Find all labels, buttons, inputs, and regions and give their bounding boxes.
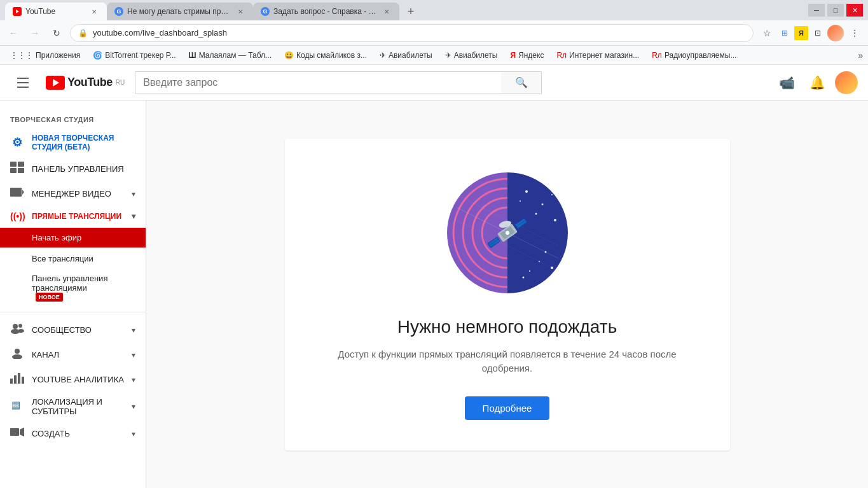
svg-point-10 bbox=[15, 349, 20, 354]
search-bar: 🔍 bbox=[135, 71, 542, 94]
tab-google1[interactable]: G Не могу делать стримы прошл... ✕ bbox=[107, 3, 253, 20]
star-button[interactable]: ☆ bbox=[759, 25, 775, 41]
minimize-button[interactable]: ─ bbox=[808, 4, 825, 17]
bookmark-radio[interactable]: Rл Радиоуправляемы... bbox=[647, 49, 741, 62]
splash-subtitle: Доступ к функции прямых трансляций появл… bbox=[326, 347, 689, 376]
refresh-button[interactable]: ↻ bbox=[48, 25, 65, 41]
svg-marker-5 bbox=[22, 190, 24, 195]
bookmark-bittorrent[interactable]: 🌀 BitTorrent трекер Р... bbox=[88, 49, 181, 62]
notifications-button[interactable]: 🔔 bbox=[804, 70, 830, 95]
user-avatar[interactable] bbox=[835, 71, 858, 94]
search-input[interactable] bbox=[135, 71, 501, 94]
bookmark-avia2[interactable]: ✈ Авиабилеты bbox=[440, 49, 503, 62]
window-controls: ─ □ ✕ bbox=[808, 4, 863, 17]
video-manager-chevron: ▾ bbox=[132, 190, 135, 199]
svg-point-37 bbox=[522, 276, 524, 278]
bookmark-shop[interactable]: Rл Интернет магазин... bbox=[551, 49, 644, 62]
sidebar-item-localization[interactable]: 🔤 ЛОКАЛИЗАЦИЯ И СУБТИТРЫ ▾ bbox=[0, 392, 146, 421]
sidebar-section-title: ТВОРЧЕСКАЯ СТУДИЯ bbox=[0, 111, 146, 129]
avia1-icon: ✈ bbox=[380, 51, 386, 60]
svg-point-9 bbox=[18, 329, 24, 333]
content-area: Нужно немного подождать Доступ к функции… bbox=[146, 101, 868, 488]
tab-youtube[interactable]: YouTube ✕ bbox=[5, 3, 107, 20]
svg-point-11 bbox=[12, 354, 22, 359]
youtube-logo[interactable]: YouTubeRU bbox=[46, 76, 125, 90]
tab-title-google1: Не могу делать стримы прошл... bbox=[127, 7, 231, 16]
tab-google2[interactable]: G Задать вопрос - Справка - YouT ✕ bbox=[253, 3, 399, 20]
hamburger-button[interactable] bbox=[10, 70, 36, 95]
ext-icon-3[interactable]: ⊡ bbox=[811, 26, 825, 40]
svg-point-28 bbox=[541, 203, 543, 205]
maximize-button[interactable]: □ bbox=[827, 4, 844, 17]
svg-rect-2 bbox=[10, 168, 17, 173]
yandex-icon: Я bbox=[510, 51, 516, 60]
sidebar-item-video-manager[interactable]: МЕНЕДЖЕР ВИДЕО ▾ bbox=[0, 181, 146, 206]
bittorrent-icon: 🌀 bbox=[93, 51, 102, 60]
learn-more-button[interactable]: Подробнее bbox=[465, 396, 550, 420]
tab-title-google2: Задать вопрос - Справка - YouT bbox=[273, 7, 378, 16]
sidebar-item-live[interactable]: ((•)) ПРЯМЫЕ ТРАНСЛЯЦИИ ▾ bbox=[0, 206, 146, 227]
new-tab-button[interactable]: + bbox=[402, 3, 420, 20]
radio-icon: Rл bbox=[652, 51, 662, 60]
start-live-label: Начать эфир bbox=[32, 233, 81, 242]
sidebar-item-localization-label: ЛОКАЛИЗАЦИЯ И СУБТИТРЫ bbox=[32, 397, 124, 416]
analytics-icon bbox=[10, 372, 24, 387]
sidebar-item-new-studio-label: НОВАЯ ТВОРЧЕСКАЯ СТУДИЯ (БЕТА) bbox=[32, 134, 135, 151]
sidebar-item-community[interactable]: СООБЩЕСТВО ▾ bbox=[0, 317, 146, 342]
tabs-container: YouTube ✕ G Не могу делать стримы прошл.… bbox=[5, 0, 808, 20]
svg-point-30 bbox=[535, 213, 537, 214]
localization-chevron: ▾ bbox=[132, 402, 135, 411]
ext-icon-1[interactable]: ⊞ bbox=[778, 26, 792, 40]
bookmark-yandex[interactable]: Я Яндекс bbox=[505, 49, 549, 62]
search-button[interactable]: 🔍 bbox=[501, 71, 542, 94]
url-bar[interactable]: 🔒 youtube.com/live_dashboard_splash bbox=[70, 24, 754, 42]
tab-close-google2[interactable]: ✕ bbox=[382, 6, 392, 17]
sidebar-subitem-all-streams[interactable]: Все трансляции bbox=[0, 249, 146, 268]
sidebar-item-analytics[interactable]: YOUTUBE АНАЛИТИКА ▾ bbox=[0, 367, 146, 392]
url-text: youtube.com/live_dashboard_splash bbox=[93, 28, 227, 38]
satellite-illustration bbox=[444, 169, 571, 296]
channel-icon bbox=[10, 347, 24, 362]
sidebar-item-dashboard[interactable]: ПАНЕЛЬ УПРАВЛЕНИЯ bbox=[0, 157, 146, 181]
upload-button[interactable]: 📹 bbox=[774, 70, 799, 95]
browser-profile-avatar[interactable] bbox=[827, 25, 844, 41]
tab-close-youtube[interactable]: ✕ bbox=[89, 6, 99, 17]
sidebar-subitem-stream-dashboard[interactable]: Панель управления трансляциями НОВОЕ bbox=[0, 268, 146, 307]
ext-icon-2[interactable]: Я bbox=[794, 26, 808, 40]
create-icon bbox=[10, 426, 24, 441]
bookmark-avia1[interactable]: ✈ Авиабилеты bbox=[375, 49, 437, 62]
analytics-chevron: ▾ bbox=[132, 375, 135, 384]
sidebar-item-create[interactable]: СОЗДАТЬ ▾ bbox=[0, 421, 146, 446]
title-bar: YouTube ✕ G Не могу делать стримы прошл.… bbox=[0, 0, 868, 20]
sidebar-item-channel[interactable]: КАНАЛ ▾ bbox=[0, 342, 146, 367]
forward-button[interactable]: → bbox=[27, 25, 43, 41]
close-button[interactable]: ✕ bbox=[846, 4, 863, 17]
address-bar: ← → ↻ 🔒 youtube.com/live_dashboard_splas… bbox=[0, 20, 868, 46]
all-streams-label: Все трансляции bbox=[32, 254, 93, 263]
emoji-icon: 😀 bbox=[284, 51, 294, 60]
bookmarks-more-button[interactable]: » bbox=[858, 50, 863, 60]
youtube-logo-text: YouTube bbox=[67, 76, 113, 89]
app-container: YouTubeRU 🔍 📹 🔔 ТВОРЧЕСКАЯ СТУДИЯ ⚙ НОВА… bbox=[0, 65, 868, 488]
lock-icon: 🔒 bbox=[78, 29, 88, 38]
menu-button[interactable]: ⋮ bbox=[846, 25, 863, 41]
tab-close-google1[interactable]: ✕ bbox=[235, 6, 245, 17]
svg-point-7 bbox=[18, 324, 22, 328]
svg-rect-4 bbox=[10, 188, 22, 197]
sidebar-item-new-studio[interactable]: ⚙ НОВАЯ ТВОРЧЕСКАЯ СТУДИЯ (БЕТА) bbox=[0, 129, 146, 157]
avia2-icon: ✈ bbox=[445, 51, 451, 60]
splash-card: Нужно немного подождать Доступ к функции… bbox=[285, 139, 730, 450]
svg-point-32 bbox=[520, 200, 521, 202]
svg-rect-13 bbox=[14, 375, 17, 384]
bookmark-malayalam[interactable]: Ш Малаялам — Табл... bbox=[184, 49, 277, 62]
svg-point-29 bbox=[551, 194, 553, 195]
back-button[interactable]: ← bbox=[5, 25, 22, 41]
bookmark-apps[interactable]: ⋮⋮⋮ Приложения bbox=[5, 49, 85, 62]
main-layout: ТВОРЧЕСКАЯ СТУДИЯ ⚙ НОВАЯ ТВОРЧЕСКАЯ СТУ… bbox=[0, 101, 868, 488]
bookmark-emoji[interactable]: 😀 Коды смайликов з... bbox=[279, 49, 372, 62]
video-manager-icon bbox=[10, 186, 24, 201]
extensions-area: ☆ ⊞ Я ⊡ ⋮ bbox=[759, 25, 863, 41]
svg-point-34 bbox=[529, 270, 530, 272]
svg-rect-14 bbox=[18, 373, 20, 384]
sidebar-subitem-start-live[interactable]: Начать эфир bbox=[0, 228, 146, 247]
